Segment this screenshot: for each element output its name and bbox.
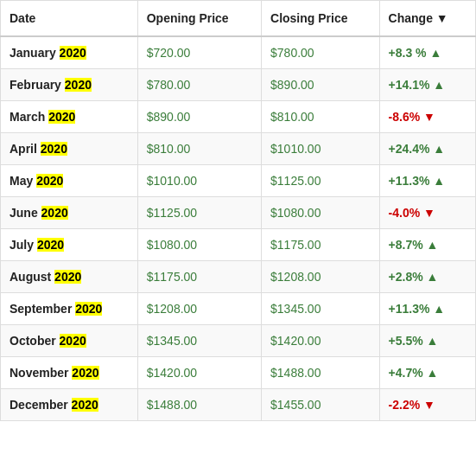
change-cell: -4.0%	[379, 197, 475, 229]
header-opening-price: Opening Price	[137, 1, 261, 37]
date-cell: October 2020	[1, 325, 138, 357]
opening-price-cell: $810.00	[137, 133, 261, 165]
year-highlight: 2020	[60, 334, 86, 348]
closing-price-cell: $1125.00	[262, 165, 380, 197]
closing-price-cell: $1488.00	[262, 357, 380, 389]
closing-price-cell: $1175.00	[262, 229, 380, 261]
year-highlight: 2020	[60, 46, 86, 60]
date-cell: June 2020	[1, 197, 138, 229]
table-row: June 2020$1125.00$1080.00-4.0%	[1, 197, 476, 229]
table-row: January 2020$720.00$780.00+8.3 %	[1, 36, 476, 69]
header-date: Date	[1, 1, 138, 37]
change-cell: -2.2%	[379, 389, 475, 421]
change-cell: +14.1%	[379, 69, 475, 101]
date-cell: April 2020	[1, 133, 138, 165]
year-highlight: 2020	[37, 238, 64, 252]
change-cell: +11.3%	[379, 293, 475, 325]
table-row: February 2020$780.00$890.00+14.1%	[1, 69, 476, 101]
year-highlight: 2020	[41, 206, 68, 220]
year-highlight: 2020	[72, 366, 98, 380]
table-row: March 2020$890.00$810.00-8.6%	[1, 101, 476, 133]
date-cell: November 2020	[1, 357, 138, 389]
header-change[interactable]: Change ▼	[379, 1, 475, 37]
date-cell: December 2020	[1, 389, 138, 421]
change-cell: +8.3 %	[379, 36, 475, 69]
year-highlight: 2020	[36, 174, 63, 188]
table-row: September 2020$1208.00$1345.00+11.3%	[1, 293, 476, 325]
change-cell: +11.3%	[379, 165, 475, 197]
header-closing-price: Closing Price	[262, 1, 380, 37]
year-highlight: 2020	[54, 270, 81, 284]
closing-price-cell: $1208.00	[262, 261, 380, 293]
closing-price-cell: $810.00	[262, 101, 380, 133]
opening-price-cell: $1175.00	[137, 261, 261, 293]
closing-price-cell: $890.00	[262, 69, 380, 101]
change-cell: +24.4%	[379, 133, 475, 165]
change-cell: -8.6%	[379, 101, 475, 133]
table-row: July 2020$1080.00$1175.00+8.7%	[1, 229, 476, 261]
closing-price-cell: $1455.00	[262, 389, 380, 421]
opening-price-cell: $1208.00	[137, 293, 261, 325]
year-highlight: 2020	[65, 78, 92, 92]
opening-price-cell: $1125.00	[137, 197, 261, 229]
change-cell: +4.7%	[379, 357, 475, 389]
date-cell: March 2020	[1, 101, 138, 133]
year-highlight: 2020	[41, 142, 67, 156]
date-cell: May 2020	[1, 165, 138, 197]
change-cell: +2.8%	[379, 261, 475, 293]
closing-price-cell: $1420.00	[262, 325, 380, 357]
closing-price-cell: $780.00	[262, 36, 380, 69]
table-row: November 2020$1420.00$1488.00+4.7%	[1, 357, 476, 389]
opening-price-cell: $1345.00	[137, 325, 261, 357]
closing-price-cell: $1080.00	[262, 197, 380, 229]
table-row: April 2020$810.00$1010.00+24.4%	[1, 133, 476, 165]
price-table: Date Opening Price Closing Price Change …	[0, 0, 476, 421]
closing-price-cell: $1010.00	[262, 133, 380, 165]
year-highlight: 2020	[48, 110, 75, 124]
opening-price-cell: $780.00	[137, 69, 261, 101]
table-header-row: Date Opening Price Closing Price Change …	[1, 1, 476, 37]
date-cell: July 2020	[1, 229, 138, 261]
opening-price-cell: $890.00	[137, 101, 261, 133]
year-highlight: 2020	[72, 398, 98, 412]
opening-price-cell: $1488.00	[137, 389, 261, 421]
date-cell: February 2020	[1, 69, 138, 101]
change-cell: +8.7%	[379, 229, 475, 261]
opening-price-cell: $720.00	[137, 36, 261, 69]
date-cell: January 2020	[1, 36, 138, 69]
closing-price-cell: $1345.00	[262, 293, 380, 325]
opening-price-cell: $1010.00	[137, 165, 261, 197]
opening-price-cell: $1080.00	[137, 229, 261, 261]
change-cell: +5.5%	[379, 325, 475, 357]
table-row: December 2020$1488.00$1455.00-2.2%	[1, 389, 476, 421]
table-row: May 2020$1010.00$1125.00+11.3%	[1, 165, 476, 197]
year-highlight: 2020	[75, 302, 102, 316]
table-row: August 2020$1175.00$1208.00+2.8%	[1, 261, 476, 293]
date-cell: September 2020	[1, 293, 138, 325]
opening-price-cell: $1420.00	[137, 357, 261, 389]
table-row: October 2020$1345.00$1420.00+5.5%	[1, 325, 476, 357]
date-cell: August 2020	[1, 261, 138, 293]
